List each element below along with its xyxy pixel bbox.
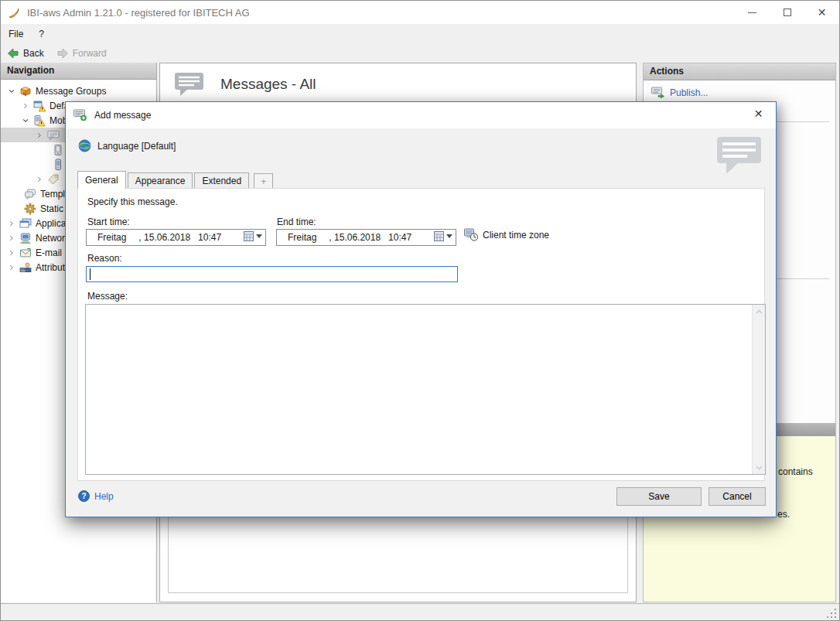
- datetime-day: Freitag: [97, 232, 126, 243]
- chevron-down-icon: [256, 234, 262, 238]
- dialog-title-bar: Add message ✕: [66, 102, 776, 128]
- end-time-label: End time:: [277, 217, 316, 227]
- datetime-date: , 15.06.2018: [138, 232, 190, 243]
- navigation-header: Navigation: [1, 63, 156, 80]
- menu-bar: File ?: [1, 24, 839, 43]
- chevron-right-icon[interactable]: [7, 219, 16, 228]
- networks-icon: [19, 232, 32, 244]
- forward-arrow-icon: [56, 47, 69, 60]
- publish-icon: [651, 87, 664, 98]
- tree-label: E-mail: [36, 247, 62, 258]
- tab-general[interactable]: General: [77, 171, 126, 189]
- chevron-right-icon[interactable]: [7, 234, 16, 243]
- templates-icon: [24, 188, 36, 200]
- chevron-right-icon[interactable]: [35, 131, 44, 140]
- calendar-icon: [244, 231, 254, 241]
- client-time-zone-icon: [464, 228, 478, 241]
- chevron-down-icon[interactable]: [21, 116, 30, 125]
- start-calendar-dropdown[interactable]: [244, 231, 262, 241]
- dialog-tabs: General Appearance Extended +: [77, 171, 275, 189]
- tree-item-message-groups[interactable]: Message Groups: [1, 84, 156, 98]
- menu-file[interactable]: File: [1, 26, 31, 43]
- maximize-icon: [784, 9, 791, 16]
- chevron-right-icon[interactable]: [7, 248, 16, 258]
- minimize-button[interactable]: [735, 1, 770, 24]
- help-icon: ?: [78, 490, 90, 502]
- message-groups-icon: [19, 85, 32, 97]
- menu-help[interactable]: ?: [31, 26, 52, 43]
- reason-input[interactable]: [86, 266, 458, 282]
- back-label: Back: [23, 48, 44, 59]
- resize-grip[interactable]: [827, 609, 837, 619]
- tag-icon: [47, 173, 60, 186]
- mobile-phone-icon: [52, 159, 64, 171]
- chevron-up-icon: [756, 309, 763, 314]
- tab-extended[interactable]: Extended: [194, 172, 249, 189]
- applications-icon: [19, 217, 32, 230]
- note-text-fragment: es.: [777, 509, 790, 520]
- client-time-zone-label: Client time zone: [483, 230, 549, 241]
- tree-label: Message Groups: [36, 86, 106, 97]
- vertical-scrollbar[interactable]: [752, 305, 765, 474]
- maximize-button[interactable]: [770, 1, 804, 24]
- add-message-dialog: Add message ✕ Language [Default] General…: [65, 101, 777, 517]
- datetime-date: , 15.06.2018: [329, 232, 381, 243]
- help-link[interactable]: ? Help: [78, 490, 114, 502]
- start-time-field[interactable]: Freitag , 15.06.2018 10:47: [86, 229, 266, 246]
- chevron-right-icon[interactable]: [35, 175, 44, 184]
- cancel-button[interactable]: Cancel: [709, 487, 766, 506]
- message-watermark-icon: [715, 135, 763, 176]
- back-arrow-icon: [7, 47, 19, 60]
- forward-label: Forward: [73, 48, 107, 59]
- globe-icon: [78, 139, 91, 152]
- chevron-right-icon[interactable]: [21, 101, 30, 111]
- datetime-time: 10:47: [388, 232, 411, 243]
- forward-button[interactable]: Forward: [50, 45, 113, 62]
- client-time-zone-indicator: Client time zone: [464, 228, 549, 241]
- chevron-right-icon[interactable]: [7, 263, 16, 272]
- close-button[interactable]: ✕: [804, 1, 839, 24]
- chevron-down-icon: [756, 466, 763, 470]
- text-caret: [90, 268, 90, 280]
- end-calendar-dropdown[interactable]: [434, 231, 452, 241]
- save-button[interactable]: Save: [616, 487, 702, 506]
- close-icon: ✕: [818, 7, 827, 18]
- scroll-up-button[interactable]: [753, 305, 766, 318]
- page-title: Messages - All: [220, 76, 316, 93]
- window-title: IBI-aws Admin 1.21.0 - registered for IB…: [27, 7, 250, 19]
- help-label: Help: [94, 491, 114, 502]
- scroll-down-button[interactable]: [753, 461, 766, 474]
- message-textarea[interactable]: [85, 304, 766, 475]
- dialog-close-button[interactable]: ✕: [741, 102, 776, 125]
- back-button[interactable]: Back: [1, 45, 50, 62]
- publish-action[interactable]: Publish...: [651, 87, 708, 98]
- end-time-field[interactable]: Freitag , 15.06.2018 10:47: [276, 229, 456, 246]
- actions-header: Actions: [644, 63, 835, 80]
- messages-header-icon: [174, 71, 205, 97]
- chevron-down-icon: [446, 234, 452, 238]
- title-bar: IBI-aws Admin 1.21.0 - registered for IB…: [1, 1, 839, 24]
- tab-add[interactable]: +: [254, 173, 273, 189]
- chevron-down-icon[interactable]: [7, 87, 16, 96]
- start-time-label: Start time:: [87, 217, 130, 227]
- screens-warning-icon: [33, 100, 46, 112]
- device-warning-icon: [33, 114, 46, 127]
- app-window: IBI-aws Admin 1.21.0 - registered for IB…: [0, 0, 840, 621]
- tab-appearance[interactable]: Appearance: [128, 172, 193, 189]
- dialog-title: Add message: [94, 110, 151, 121]
- datetime-day: Freitag: [288, 232, 316, 243]
- envelope-icon: [19, 247, 32, 259]
- status-bar: [1, 603, 839, 621]
- datetime-time: 10:47: [198, 232, 221, 243]
- language-label: Language [Default]: [97, 141, 176, 152]
- message-label: Message:: [87, 291, 128, 302]
- add-message-icon: [73, 109, 87, 121]
- note-text-fragment: contains: [778, 466, 813, 477]
- publish-label: Publish...: [670, 87, 708, 98]
- handheld-device-icon: [52, 144, 64, 156]
- minimize-icon: [748, 12, 756, 13]
- close-icon: ✕: [754, 107, 763, 120]
- app-icon: [8, 6, 21, 19]
- message-icon: [47, 129, 60, 142]
- toolbar: Back Forward: [1, 43, 839, 63]
